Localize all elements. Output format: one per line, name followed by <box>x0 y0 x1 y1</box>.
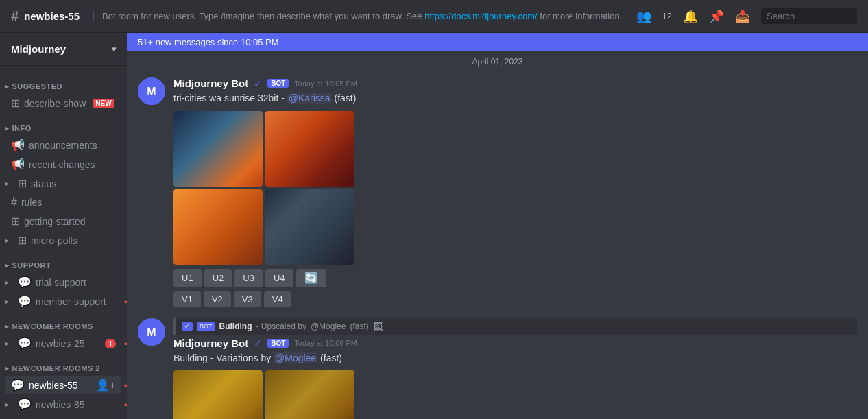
red-arrow-3: ➜ <box>123 377 127 394</box>
expand-arrow-icon: ▸ <box>5 278 9 286</box>
inbox-icon[interactable]: 📥 <box>735 9 750 24</box>
channel-item-status[interactable]: ▸ ⊞ status <box>5 174 121 193</box>
avatar: M <box>138 77 165 105</box>
channel-item-announcements[interactable]: 📢 announcements <box>5 136 121 154</box>
server-name: Midjourney <box>11 43 66 55</box>
image-grid-sunrise <box>173 111 857 265</box>
message-content: ✓ BOT Building - Upscaled by @Moglee (fa… <box>173 318 857 419</box>
u1-button[interactable]: U1 <box>173 269 202 287</box>
channel-name: newbies-25 <box>36 338 85 349</box>
image-cell[interactable] <box>265 370 354 419</box>
forum-icon: 💬 <box>18 337 32 350</box>
channel-item-getting-started[interactable]: ⊞ getting-started <box>5 212 121 230</box>
docs-link[interactable]: https://docs.midjourney.com/ <box>424 11 538 21</box>
channel-hash-icon: # <box>11 8 19 24</box>
channel-name: member-support <box>36 296 106 307</box>
category-info[interactable]: ▸ INFO <box>0 113 127 135</box>
top-bar: # newbies-55 Bot room for new users. Typ… <box>0 0 868 33</box>
channel-list: ▸ SUGGESTED ⊞ describe-show ▸ INFO 📢 ann… <box>0 66 127 419</box>
category-newcomer-rooms-2[interactable]: ▸ NEWCOMER ROOMS 2 <box>0 353 127 375</box>
svg-text:M: M <box>147 326 156 338</box>
channel-name: status <box>31 178 56 189</box>
mention: @Moglee <box>274 352 317 363</box>
image-icon: 🖼 <box>373 321 383 332</box>
channel-name: describe-show <box>24 98 86 109</box>
red-arrow-2: ➜ <box>123 335 127 352</box>
image-cell[interactable] <box>173 370 263 419</box>
pin-icon[interactable]: 📌 <box>709 9 724 24</box>
channel-name-header: newbies-55 <box>24 10 80 22</box>
refresh-button[interactable]: 🔄 <box>296 269 326 287</box>
u3-button[interactable]: U3 <box>234 269 263 287</box>
channel-item-describe-show[interactable]: ⊞ describe-show <box>5 94 121 112</box>
message-text: tri-cities wa sunrise 32bit - @Karissa (… <box>173 92 857 106</box>
v4-button[interactable]: V4 <box>264 291 291 307</box>
message-content: Midjourney Bot ✓ BOT Today at 10:05 PM t… <box>173 77 857 307</box>
caret-icon: ▸ <box>5 125 10 132</box>
image-cell[interactable] <box>173 189 263 265</box>
caret-icon: ▸ <box>5 262 10 269</box>
action-buttons-v: V1 V2 V3 V4 <box>173 291 857 307</box>
megaphone-icon: 📢 <box>11 158 25 171</box>
caret-icon: ▸ <box>5 323 10 330</box>
category-newcomer-rooms[interactable]: ▸ NEWCOMER ROOMS <box>0 311 127 333</box>
channel-item-newbies-55[interactable]: 💬 newbies-55 👤+ ➜ <box>5 376 121 394</box>
message-header: Midjourney Bot ✓ BOT Today at 10:06 PM <box>173 337 857 349</box>
channel-item-newbies-85[interactable]: ▸ 💬 newbies-85 ➜ <box>5 395 121 414</box>
add-member-icon[interactable]: 👤+ <box>96 379 116 392</box>
channel-name: recent-changes <box>29 159 95 170</box>
chat-messages[interactable]: April 01, 2023 M Midjourney Bot ✓ BOT To… <box>127 51 868 419</box>
forum-icon: 💬 <box>18 276 32 289</box>
bot-badge: BOT <box>267 79 289 88</box>
chat-area: 51+ new messages since 10:05 PM April 01… <box>127 33 868 419</box>
message-text: Building - Variations by @Moglee (fast) <box>173 352 857 366</box>
main-layout: Midjourney ▾ ▸ SUGGESTED ⊞ describe-show… <box>0 33 868 419</box>
ref-mention: @Moglee <box>311 322 346 331</box>
channel-item-micro-polls[interactable]: ▸ ⊞ micro-polls <box>5 231 121 250</box>
forum-icon: 💬 <box>18 398 32 411</box>
channel-description: Bot room for new users. Type /imagine th… <box>93 11 620 21</box>
mention: @Karissa <box>287 93 332 104</box>
channel-hash-icon: # <box>11 196 17 208</box>
unread-badge: 1 <box>105 339 116 348</box>
v3-button[interactable]: V3 <box>234 291 261 307</box>
channel-grid-icon: ⊞ <box>18 234 27 247</box>
message-reference: ✓ BOT Building - Upscaled by @Moglee (fa… <box>173 318 857 335</box>
channel-name: micro-polls <box>31 235 77 246</box>
channel-item-member-support[interactable]: ▸ 💬 member-support ➜ <box>5 292 121 311</box>
image-cell[interactable] <box>265 111 354 187</box>
u4-button[interactable]: U4 <box>265 269 293 287</box>
expand-arrow-icon: ▸ <box>5 180 9 187</box>
image-cell[interactable] <box>265 189 354 265</box>
search-bar[interactable]: Search <box>761 8 857 24</box>
category-suggested[interactable]: ▸ SUGGESTED <box>0 71 127 93</box>
server-name-bar[interactable]: Midjourney ▾ <box>0 33 127 66</box>
notification-icon[interactable]: 🔔 <box>683 9 698 24</box>
message-header: Midjourney Bot ✓ BOT Today at 10:05 PM <box>173 77 857 89</box>
u2-button[interactable]: U2 <box>204 269 232 287</box>
channel-item-newbies-25[interactable]: ▸ 💬 newbies-25 1 ➜ <box>5 334 121 352</box>
forum-icon: 💬 <box>18 295 32 308</box>
expand-arrow-icon: ▸ <box>5 400 9 408</box>
svg-text:M: M <box>147 86 156 97</box>
message-author: Midjourney Bot <box>173 77 248 89</box>
expand-arrow-icon: ▸ <box>5 298 9 305</box>
channel-item-recent-changes[interactable]: 📢 recent-changes <box>5 155 121 173</box>
members-icon[interactable]: 👥 <box>636 9 651 24</box>
forum-icon: 💬 <box>11 379 25 392</box>
category-chat[interactable]: ▸ CHAT <box>0 414 127 419</box>
v2-button[interactable]: V2 <box>204 291 231 307</box>
verified-icon: ✓ <box>254 337 262 348</box>
message-time: Today at 10:06 PM <box>294 339 357 347</box>
ref-bot-badge: ✓ <box>182 322 193 331</box>
message-group-sunrise: M Midjourney Bot ✓ BOT Today at 10:05 PM… <box>127 72 868 313</box>
channel-item-trial-support[interactable]: ▸ 💬 trial-support <box>5 273 121 291</box>
channel-name: newbies-85 <box>36 399 85 410</box>
avatar: M <box>138 318 165 346</box>
channel-item-rules[interactable]: # rules <box>5 193 121 211</box>
category-support[interactable]: ▸ SUPPORT <box>0 250 127 272</box>
bot-badge: BOT <box>267 339 289 348</box>
image-cell[interactable] <box>173 111 263 187</box>
channel-name: announcements <box>29 140 97 151</box>
v1-button[interactable]: V1 <box>173 291 201 307</box>
